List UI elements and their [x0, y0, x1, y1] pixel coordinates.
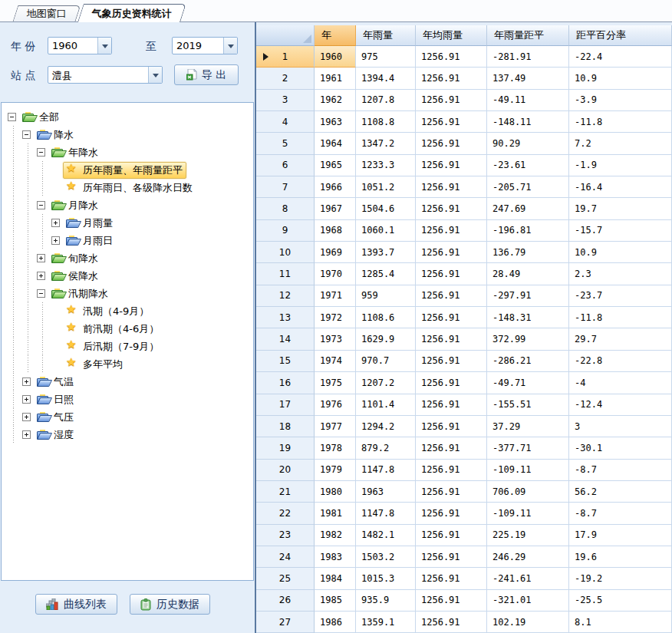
mean-rainfall-cell[interactable]: 1256.91 [416, 90, 487, 111]
year-cell[interactable]: 1985 [315, 590, 356, 612]
tree-expander-toggle[interactable] [51, 236, 60, 245]
annual-rainfall-cell[interactable]: 1503.2 [356, 546, 416, 568]
tree-expander-toggle[interactable] [51, 219, 60, 227]
mean-rainfall-cell[interactable]: 1256.91 [416, 198, 487, 219]
row-number-cell[interactable]: 19 [256, 437, 315, 459]
anomaly-cell[interactable]: -23.61 [487, 155, 569, 176]
year-cell[interactable]: 1973 [315, 328, 356, 350]
anomaly-percent-cell[interactable]: 19.7 [569, 198, 672, 219]
tree-item[interactable]: 汛期降水 [7, 285, 253, 302]
tree-item[interactable]: 旬降水 [7, 249, 253, 267]
year-cell[interactable]: 1971 [315, 285, 356, 307]
row-number-cell[interactable]: 7 [256, 176, 315, 198]
annual-rainfall-cell[interactable]: 1108.6 [356, 307, 416, 328]
row-number-cell[interactable]: 9 [256, 220, 315, 242]
tree-expander-toggle[interactable] [22, 395, 31, 404]
table-row[interactable]: 3 1962 1207.8 1256.91 -49.11 -3.9 [256, 90, 672, 111]
tree-expander-toggle[interactable] [37, 272, 45, 280]
annual-rainfall-cell[interactable]: 959 [356, 285, 416, 307]
tree-node[interactable]: 多年平均 [63, 356, 127, 373]
anomaly-percent-cell[interactable]: -15.7 [569, 220, 672, 242]
anomaly-cell[interactable]: -241.61 [487, 568, 569, 589]
tree-node[interactable]: 后汛期（7-9月） [63, 338, 163, 355]
year-cell[interactable]: 1983 [315, 546, 356, 568]
anomaly-percent-cell[interactable]: -12.4 [569, 394, 672, 416]
row-number-cell[interactable]: 16 [256, 372, 315, 394]
row-number-cell[interactable]: 26 [256, 590, 315, 612]
table-row[interactable]: 24 1983 1503.2 1256.91 246.29 19.6 [256, 546, 672, 568]
tree-node[interactable]: 气温 [34, 374, 77, 391]
year-from-select[interactable]: 1960 [48, 37, 112, 54]
anomaly-percent-cell[interactable]: -11.8 [569, 307, 672, 328]
tree-item[interactable]: 后汛期（7-9月） [7, 338, 253, 355]
year-cell[interactable]: 1978 [315, 437, 356, 459]
anomaly-percent-cell[interactable]: 19.6 [569, 546, 672, 568]
annual-rainfall-cell[interactable]: 1233.3 [356, 155, 416, 176]
anomaly-cell[interactable]: -281.91 [487, 46, 569, 68]
annual-rainfall-cell[interactable]: 1393.7 [356, 242, 416, 263]
annual-rainfall-cell[interactable]: 1147.8 [356, 460, 416, 481]
anomaly-cell[interactable]: -109.11 [487, 460, 569, 481]
tree-node[interactable]: 日照 [34, 391, 77, 408]
tree-node[interactable]: 汛期（4-9月） [63, 303, 153, 320]
anomaly-percent-cell[interactable]: -16.4 [569, 176, 672, 198]
anomaly-cell[interactable]: 90.29 [487, 133, 569, 154]
tree-node[interactable]: 降水 [34, 127, 77, 143]
table-row[interactable]: 15 1974 970.7 1256.91 -286.21 -22.8 [256, 351, 672, 372]
tree-item[interactable]: 前汛期（4-6月） [7, 320, 253, 338]
tree-item[interactable]: 月降水 [7, 196, 253, 214]
annual-rainfall-cell[interactable]: 935.9 [356, 590, 416, 612]
mean-rainfall-cell[interactable]: 1256.91 [416, 176, 487, 198]
year-cell[interactable]: 1966 [315, 176, 356, 198]
curve-list-button[interactable]: 曲线列表 [35, 594, 117, 615]
annual-rainfall-cell[interactable]: 1207.2 [356, 372, 416, 394]
annual-rainfall-cell[interactable]: 1359.1 [356, 612, 416, 633]
anomaly-cell[interactable]: 102.19 [487, 612, 569, 633]
table-row[interactable]: 27 1986 1359.1 1256.91 102.19 8.1 [256, 612, 672, 633]
tree-node[interactable]: 侯降水 [48, 268, 102, 285]
column-header[interactable]: 距平百分率 [569, 25, 672, 46]
mean-rainfall-cell[interactable]: 1256.91 [416, 372, 487, 394]
anomaly-percent-cell[interactable]: -22.4 [569, 46, 672, 68]
table-row[interactable]: 9 1968 1060.1 1256.91 -196.81 -15.7 [256, 220, 672, 242]
table-row[interactable]: 5 1964 1347.2 1256.91 90.29 7.2 [256, 133, 672, 154]
tree-item[interactable]: 日照 [7, 391, 253, 408]
tree-item[interactable]: 气温 [7, 373, 253, 391]
row-number-cell[interactable]: 22 [256, 503, 315, 524]
anomaly-percent-cell[interactable]: -3.9 [569, 90, 672, 111]
anomaly-percent-cell[interactable]: 17.9 [569, 525, 672, 546]
row-number-cell[interactable]: 8 [256, 198, 315, 219]
annual-rainfall-cell[interactable]: 1285.4 [356, 263, 416, 285]
tree-node[interactable]: 历年雨日、各级降水日数 [63, 180, 196, 196]
table-row[interactable]: 25 1984 1015.3 1256.91 -241.61 -19.2 [256, 568, 672, 589]
row-number-cell[interactable]: 12 [256, 285, 315, 307]
mean-rainfall-cell[interactable]: 1256.91 [416, 242, 487, 263]
anomaly-cell[interactable]: -49.71 [487, 372, 569, 394]
mean-rainfall-cell[interactable]: 1256.91 [416, 437, 487, 459]
tree-item[interactable]: 月雨日 [7, 232, 253, 249]
row-number-cell[interactable]: 23 [256, 525, 315, 546]
mean-rainfall-cell[interactable]: 1256.91 [416, 590, 487, 612]
annual-rainfall-cell[interactable]: 1963 [356, 481, 416, 503]
mean-rainfall-cell[interactable]: 1256.91 [416, 525, 487, 546]
tree-node[interactable]: 月降水 [48, 197, 102, 214]
anomaly-cell[interactable]: -196.81 [487, 220, 569, 242]
year-cell[interactable]: 1962 [315, 90, 356, 111]
table-row[interactable]: 23 1982 1482.1 1256.91 225.19 17.9 [256, 525, 672, 546]
document-tab[interactable]: 气象历史资料统计 [77, 4, 186, 22]
anomaly-cell[interactable]: 225.19 [487, 525, 569, 546]
tree-item[interactable]: 侯降水 [7, 267, 253, 285]
row-number-cell[interactable]: 13 [256, 307, 315, 328]
table-row[interactable]: 13 1972 1108.6 1256.91 -148.31 -11.8 [256, 307, 672, 328]
mean-rainfall-cell[interactable]: 1256.91 [416, 351, 487, 372]
tree-item[interactable]: 历年雨量、年雨量距平 [7, 161, 253, 179]
mean-rainfall-cell[interactable]: 1256.91 [416, 111, 487, 133]
anomaly-cell[interactable]: -155.51 [487, 394, 569, 416]
anomaly-percent-cell[interactable]: -8.7 [569, 503, 672, 524]
table-row[interactable]: 26 1985 935.9 1256.91 -321.01 -25.5 [256, 590, 672, 612]
tree-expander-toggle[interactable] [22, 377, 31, 386]
annual-rainfall-cell[interactable]: 1629.9 [356, 328, 416, 350]
anomaly-percent-cell[interactable]: 2.3 [569, 263, 672, 285]
year-cell[interactable]: 1982 [315, 525, 356, 546]
anomaly-cell[interactable]: -321.01 [487, 590, 569, 612]
